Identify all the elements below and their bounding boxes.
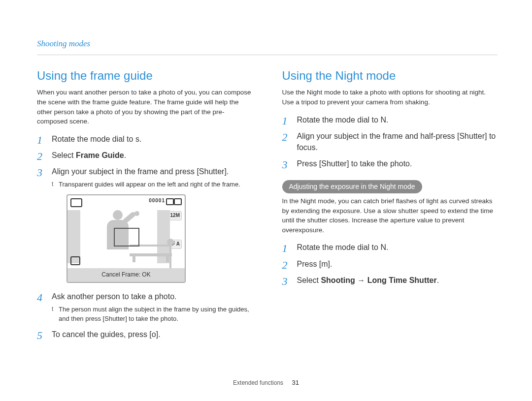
page-number: 31 xyxy=(292,379,299,386)
step-text-mid: → xyxy=(355,276,367,284)
right-steps: 1 Rotate the mode dial to N. 2 Align you… xyxy=(282,114,498,170)
step-text: Rotate the mode dial to N. xyxy=(297,116,389,124)
step-text: Select Shooting → Long Time Shutter. xyxy=(297,276,439,284)
mode-icon xyxy=(70,198,82,207)
right-step-1: 1 Rotate the mode dial to N. xyxy=(282,114,498,125)
step-number: 1 xyxy=(37,132,42,148)
lcd-counter: 00001 xyxy=(149,197,165,205)
left-step-5: 5 To cancel the guides, press [o]. xyxy=(37,329,253,340)
left-steps: 1 Rotate the mode dial to s. 2 Select Fr… xyxy=(37,133,253,340)
battery-icon xyxy=(174,198,182,205)
step-text: To cancel the guides, press [o]. xyxy=(52,330,161,339)
step-text: Align your subject in the frame and half… xyxy=(297,132,496,152)
left-step-2: 2 Select Frame Guide. xyxy=(37,150,253,161)
right-step-2: 2 Align your subject in the frame and ha… xyxy=(282,130,498,153)
step-text-post: . xyxy=(437,276,439,284)
right-column: Using the Night mode Use the Night mode … xyxy=(282,68,498,345)
step-text: Press [m]. xyxy=(297,260,332,268)
right-step-3: 3 Press [Shutter] to take the photo. xyxy=(282,158,498,169)
left-step-3: 3 Align your subject in the frame and pr… xyxy=(37,166,253,283)
lcd-bottom-text: Cancel Frame: OK xyxy=(101,271,150,279)
lcd-preview: 00001 12M F A xyxy=(66,194,186,283)
lcd-bottom-bar: Cancel Frame: OK xyxy=(67,268,185,282)
header-divider xyxy=(37,55,498,55)
step-subtext: Transparent guides will appear on the le… xyxy=(52,180,253,189)
step-number: 3 xyxy=(282,274,288,289)
sub-heading-pill: Adjusting the exposure in the Night mode xyxy=(282,180,422,193)
step-number: 3 xyxy=(37,165,42,181)
left-step-4: 4 Ask another person to take a photo. Th… xyxy=(37,291,253,324)
left-title: Using the frame guide xyxy=(37,68,253,84)
right-intro: Use the Night mode to take a photo with … xyxy=(282,88,498,107)
step-text-pre: Select xyxy=(297,276,321,284)
bottom-left-icon xyxy=(70,256,80,265)
footer-section: Extended functions xyxy=(233,379,283,386)
focus-box xyxy=(114,228,139,247)
step-text: Align your subject in the frame and pres… xyxy=(52,167,229,176)
step-number: 5 xyxy=(37,328,42,343)
sub-intro: In the Night mode, you can catch brief f… xyxy=(282,196,498,235)
step-text: Rotate the mode dial to s. xyxy=(52,135,141,143)
step-text-bold: Frame Guide xyxy=(76,151,124,159)
page-footer: Extended functions 31 xyxy=(0,378,532,387)
step-text-bold: Shooting xyxy=(321,276,355,284)
step-text-bold: Long Time Shutter xyxy=(367,276,437,284)
left-column: Using the frame guide When you want anot… xyxy=(37,68,253,345)
step-text-pre: Select xyxy=(52,151,76,159)
right-title: Using the Night mode xyxy=(282,68,498,84)
step-text: Rotate the mode dial to N. xyxy=(297,243,389,251)
step-number: 2 xyxy=(37,149,42,164)
right-sub-step-3: 3 Select Shooting → Long Time Shutter. xyxy=(282,275,498,286)
step-text: Select Frame Guide. xyxy=(52,151,126,159)
step-text: Ask another person to take a photo. xyxy=(52,292,177,301)
left-step-1: 1 Rotate the mode dial to s. xyxy=(37,133,253,145)
step-number: 4 xyxy=(37,290,42,306)
right-sub-step-2: 2 Press [m]. xyxy=(282,258,498,270)
step-number: 1 xyxy=(282,241,288,256)
step-number: 2 xyxy=(282,129,288,145)
size-badge: 12M xyxy=(168,211,182,220)
step-number: 3 xyxy=(282,157,288,173)
memory-icon xyxy=(166,198,174,205)
right-sub-steps: 1 Rotate the mode dial to N. 2 Press [m]… xyxy=(282,242,498,286)
right-sub-step-1: 1 Rotate the mode dial to N. xyxy=(282,242,498,253)
step-text-post: . xyxy=(124,151,126,159)
step-number: 2 xyxy=(282,257,288,273)
step-subtext: The person must align the subject in the… xyxy=(52,305,253,324)
step-number: 1 xyxy=(282,113,288,129)
step-text: Press [Shutter] to take the photo. xyxy=(297,159,412,168)
frame-guide-left xyxy=(67,210,80,263)
left-intro: When you want another person to take a p… xyxy=(37,88,253,126)
breadcrumb: Shooting modes xyxy=(37,38,498,50)
bench-silhouette xyxy=(130,245,179,262)
